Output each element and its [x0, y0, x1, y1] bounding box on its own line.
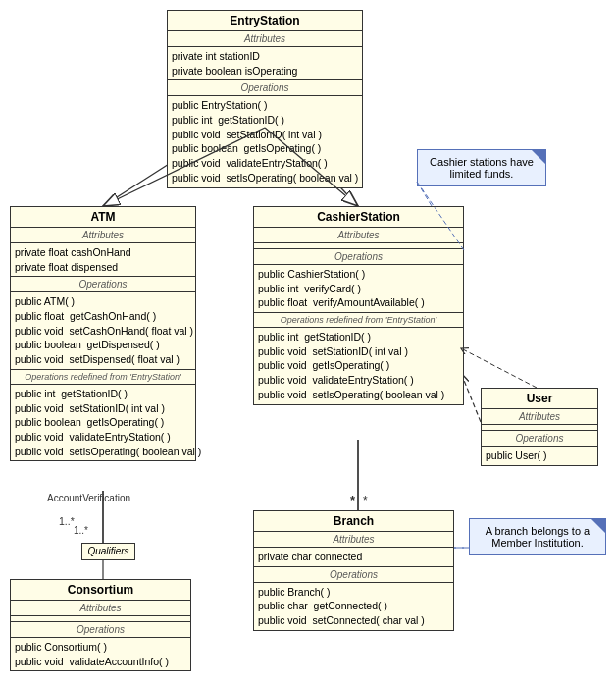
- branch-class: Branch Attributes private char connected…: [253, 510, 454, 631]
- consortium-class: Consortium Attributes Operations public …: [10, 579, 191, 671]
- user-attributes-title: Attributes: [482, 409, 597, 425]
- svg-line-18: [461, 348, 537, 388]
- entrystation-attributes-title: Attributes: [168, 31, 362, 47]
- user-operations-title: Operations: [482, 431, 597, 447]
- branch-header: Branch: [254, 511, 453, 532]
- entrystation-class: EntryStation Attributes private int stat…: [167, 10, 363, 188]
- branch-operations-title: Operations: [254, 567, 453, 583]
- atm-operations: public ATM( ) public float getCashOnHand…: [11, 292, 195, 369]
- cashierstation-operations: public CashierStation( ) public int veri…: [254, 265, 463, 313]
- branch-note-text: A branch belongs to a Member Institution…: [486, 525, 590, 549]
- qualifiers-box: Qualifiers: [81, 543, 135, 560]
- atm-header: ATM: [11, 207, 195, 228]
- entrystation-operations-title: Operations: [168, 80, 362, 96]
- svg-text:1..*: 1..*: [74, 525, 88, 536]
- branch-operations: public Branch( ) public char getConnecte…: [254, 583, 453, 630]
- svg-text:*: *: [363, 494, 368, 507]
- atm-attributes-title: Attributes: [11, 228, 195, 243]
- atm-redefined-title: Operations redefined from 'EntryStation': [11, 370, 195, 385]
- branch-attributes: private char connected: [254, 548, 453, 567]
- cashierstation-attributes-title: Attributes: [254, 228, 463, 243]
- cashierstation-redefined: public int getStationID( ) public void s…: [254, 328, 463, 403]
- account-verification-label: AccountVerification: [47, 493, 130, 503]
- user-class: User Attributes Operations public User( …: [481, 388, 598, 466]
- consortium-operations: public Consortium( ) public void validat…: [11, 638, 190, 670]
- cashier-note: Cashier stations have limited funds.: [417, 149, 546, 186]
- cashierstation-header: CashierStation: [254, 207, 463, 228]
- svg-text:*: *: [350, 493, 356, 507]
- entrystation-operations: public EntryStation( ) public int getSta…: [168, 96, 362, 186]
- user-header: User: [482, 389, 597, 409]
- svg-text:1..*: 1..*: [59, 515, 75, 527]
- consortium-header: Consortium: [11, 580, 190, 601]
- branch-attributes-title: Attributes: [254, 532, 453, 548]
- consortium-operations-title: Operations: [11, 622, 190, 638]
- branch-note: A branch belongs to a Member Institution…: [469, 518, 606, 555]
- atm-class: ATM Attributes private float cashOnHand …: [10, 206, 196, 461]
- atm-operations-title: Operations: [11, 277, 195, 292]
- cashier-note-text: Cashier stations have limited funds.: [430, 156, 534, 180]
- atm-redefined: public int getStationID( ) public void s…: [11, 385, 195, 460]
- cashierstation-redefined-title: Operations redefined from 'EntryStation': [254, 313, 463, 328]
- entrystation-attributes: private int stationID private boolean is…: [168, 47, 362, 80]
- cashierstation-class: CashierStation Attributes Operations pub…: [253, 206, 464, 405]
- cashierstation-operations-title: Operations: [254, 249, 463, 265]
- entrystation-header: EntryStation: [168, 11, 362, 31]
- user-operations: public User( ): [482, 447, 597, 465]
- atm-attributes: private float cashOnHand private float d…: [11, 243, 195, 277]
- consortium-attributes-title: Attributes: [11, 601, 190, 616]
- svg-line-10: [461, 373, 481, 422]
